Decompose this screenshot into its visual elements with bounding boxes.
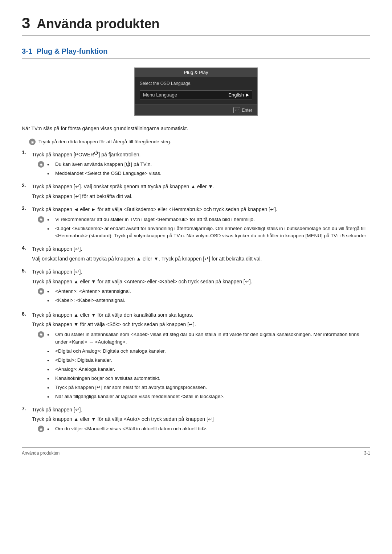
sub-bullet-5a: <Antenn>: <Antenn> antennsignal. [55, 288, 131, 295]
section-number: 3-1 [22, 47, 32, 56]
step-2-text: Tryck på knappen [↵]. Välj önskat språk … [32, 182, 215, 190]
bullet-dot-7a: • [47, 425, 52, 433]
step-5: 5. Tryck på knappen [↵]. Tryck på knappe… [22, 268, 370, 306]
step-6-num: 6. [22, 311, 30, 317]
step-1: 1. Tryck på knappen [POWER⏻] på fjärrkon… [22, 149, 370, 177]
step-6-bullet-4: • <Analog>: Analoga kanaler. [47, 366, 370, 373]
step-3-text: Tryck på knappen ◄ eller ► för att välja… [32, 205, 277, 213]
section-title: Plug & Play-funktion [37, 47, 108, 56]
bullet-icon-6: ◉ [38, 331, 44, 338]
osd-dialog: Plug & Play Select the OSD Language. Men… [134, 67, 258, 116]
chapter-number: 3 [22, 15, 30, 32]
step-4-text: Tryck på knappen [↵]. [32, 245, 82, 253]
bullet-text-6g: När alla tillgängliga kanaler är lagrade… [55, 393, 225, 401]
bullet-dot-1: • [47, 161, 52, 168]
step-2: 2. Tryck på knappen [↵]. Välj önskat spr… [22, 182, 370, 200]
osd-row[interactable]: Menu Language English ▶ [140, 90, 252, 99]
enter-icon: ↩ [233, 107, 240, 113]
bullet-text-6d: <Analog>: Analoga kanaler. [55, 366, 115, 373]
osd-row-label: Menu Language [143, 92, 228, 98]
bullet-text-6b: <Digital och Analog>: Digitala och analo… [55, 348, 166, 355]
osd-arrow-right-icon: ▶ [246, 93, 249, 97]
step-6-bullet-3: • <Digital>: Digitala kanaler. [47, 357, 370, 364]
step-6: 6. Tryck på knappen ▲ eller ▼ för att vä… [22, 311, 370, 401]
step-3-bullet-2: • <Läget <Butiksdemo> är endast avsett f… [47, 225, 370, 240]
step-7-num: 7. [22, 406, 30, 411]
step-7: 7. Tryck på knappen [↵]. Tryck på knappe… [22, 406, 370, 433]
bullet-text-6c: <Digital>: Digitala kanaler. [55, 357, 112, 364]
step-6-bullet-1: ◉ • Om du ställer in antennkällan som <K… [38, 331, 370, 346]
bullet-icon-7: ◉ [38, 426, 44, 432]
bullet-icon-1: ◉ [38, 161, 44, 168]
step-1-bullet-2: • Meddelandet <Select the OSD Language> … [47, 170, 370, 177]
step-6-text: Tryck på knappen ▲ eller ▼ för att välja… [32, 311, 193, 319]
bullet-text-6e: Kanalsökningen börjar och avslutas autom… [55, 375, 160, 382]
bullet-dot-3b: • [47, 225, 52, 233]
footer-left: Använda produkten [22, 451, 60, 456]
step-6-bullet-2: • <Digital och Analog>: Digitala och ana… [47, 348, 370, 355]
step-6-bullet-6: • Tryck på knappen [↵] när som helst för… [47, 384, 370, 391]
step-4: 4. Tryck på knappen [↵]. Välj önskat lan… [22, 245, 370, 263]
footer-right: 3-1 [364, 451, 370, 456]
step-6-bullet-5: • Kanalsökningen börjar och avslutas aut… [47, 375, 370, 382]
note-icon: ◉ [29, 139, 36, 145]
bullet-icon-3a: ◉ [38, 216, 44, 223]
note-line: ◉ Tryck på den röda knappen för att åter… [29, 138, 370, 146]
step-1-text: Tryck på knappen [POWER⏻] på fjärrkontro… [32, 149, 140, 159]
step-5-num: 5. [22, 268, 30, 274]
chapter-title: Använda produkten [37, 16, 159, 32]
chapter-header: 3 Använda produkten [22, 15, 370, 36]
step-5-text: Tryck på knappen [↵]. [32, 268, 82, 276]
step-3-bullet-1: ◉ • Vi rekommenderar att du ställer in T… [38, 216, 370, 223]
steps-container: 1. Tryck på knappen [POWER⏻] på fjärrkon… [22, 149, 370, 433]
bullet-text-2: Meddelandet <Select the OSD Language> vi… [55, 170, 162, 177]
osd-label: Select the OSD Language. [140, 81, 252, 86]
enter-label: Enter [242, 108, 252, 113]
bullet-text-3b: <Läget <Butiksdemo> är endast avsett för… [55, 225, 370, 240]
bullet-dot-2: • [47, 170, 52, 177]
bullet-text-6a: Om du ställer in antennkällan som <Kabel… [55, 331, 370, 346]
bullet-text-1: Du kan även använda knappen [⏻] på TV:n. [55, 161, 152, 168]
intro-text: När TV:n slås på för första gången visas… [22, 124, 370, 132]
osd-titlebar: Plug & Play [135, 68, 257, 77]
step-2-num: 2. [22, 182, 30, 188]
step-3: 3. Tryck på knappen ◄ eller ► för att vä… [22, 205, 370, 240]
bullet-text-7a: Om du väljer <Manuellt> visas <Ställ in … [55, 425, 207, 433]
bullet-text-3a: Vi rekommenderar att du ställer in TV:n … [55, 216, 255, 223]
bullet-icon-5: ◉ [38, 288, 44, 295]
step-1-bullet-1: ◉ • Du kan även använda knappen [⏻] på T… [38, 161, 370, 168]
osd-enter-button[interactable]: ↩ Enter [233, 107, 252, 113]
step-1-num: 1. [22, 149, 30, 155]
sub-bullet-5b: <Kabel>: <Kabel>-antennsignal. [55, 297, 125, 304]
step-7-bullet-1: ◉ • Om du väljer <Manuellt> visas <Ställ… [38, 425, 370, 433]
osd-row-value: English [228, 92, 244, 98]
bullet-text-6f: Tryck på knappen [↵] när som helst för a… [55, 384, 207, 391]
step-5-bullet-icon: ◉ •<Antenn>: <Antenn> antennsignal. •<Ka… [38, 288, 370, 306]
footer: Använda produkten 3-1 [22, 447, 370, 456]
bullet-dot-3a: • [47, 216, 52, 223]
step-4-num: 4. [22, 245, 30, 251]
step-6-bullet-7: • När alla tillgängliga kanaler är lagra… [47, 393, 370, 401]
step-7-text: Tryck på knappen [↵]. [32, 406, 82, 414]
step-5-subbullets: •<Antenn>: <Antenn> antennsignal. •<Kabe… [47, 288, 131, 306]
bullet-dot-6a: • [47, 331, 52, 338]
section-header: 3-1 Plug & Play-funktion [22, 47, 370, 59]
step-3-num: 3. [22, 205, 30, 211]
note-text: Tryck på den röda knappen för att återgå… [38, 138, 171, 146]
